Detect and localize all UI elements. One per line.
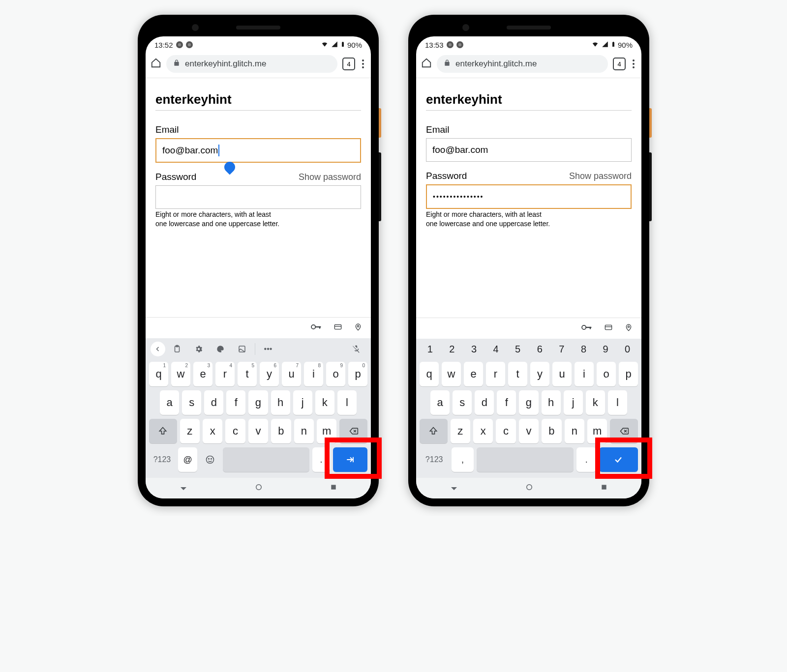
- nav-home-icon[interactable]: [525, 483, 534, 494]
- email-field[interactable]: foo@bar.com: [426, 138, 632, 162]
- address-pin-icon[interactable]: [625, 322, 633, 334]
- show-password-toggle[interactable]: Show password: [569, 171, 632, 181]
- key-6[interactable]: 6: [529, 340, 551, 359]
- emoji-key[interactable]: [200, 447, 220, 472]
- palette-icon[interactable]: [211, 341, 230, 357]
- key-i[interactable]: i: [575, 362, 594, 386]
- shift-key[interactable]: [420, 419, 448, 443]
- key-y[interactable]: y: [530, 362, 549, 386]
- key-u[interactable]: u: [552, 362, 572, 386]
- address-pin-icon[interactable]: [354, 322, 362, 334]
- password-field[interactable]: [155, 185, 361, 209]
- key-4[interactable]: 4: [485, 340, 507, 359]
- key-k[interactable]: k: [315, 390, 334, 415]
- backspace-key[interactable]: [339, 419, 367, 443]
- payment-card-icon[interactable]: [333, 323, 343, 333]
- nav-back-icon[interactable]: [450, 483, 458, 494]
- key-e[interactable]: e: [464, 362, 483, 386]
- key-a[interactable]: a: [430, 390, 450, 415]
- clipboard-icon[interactable]: [167, 341, 187, 357]
- key-h[interactable]: h: [542, 390, 561, 415]
- address-bar[interactable]: enterkeyhint.glitch.me: [166, 55, 337, 73]
- key-i[interactable]: i8: [304, 362, 323, 386]
- key-8[interactable]: 8: [573, 340, 595, 359]
- key-b[interactable]: b: [271, 419, 291, 443]
- key-a[interactable]: a: [160, 390, 179, 415]
- backspace-key[interactable]: [610, 419, 638, 443]
- nav-recent-icon[interactable]: [330, 483, 337, 493]
- key-e[interactable]: e3: [193, 362, 212, 386]
- key-m[interactable]: m: [587, 419, 607, 443]
- key-m[interactable]: m: [317, 419, 336, 443]
- key-w[interactable]: w: [442, 362, 461, 386]
- key-y[interactable]: y6: [260, 362, 279, 386]
- more-icon[interactable]: •••: [258, 341, 278, 357]
- key-j[interactable]: j: [293, 390, 312, 415]
- key-l[interactable]: l: [608, 390, 627, 415]
- key-7[interactable]: 7: [551, 340, 573, 359]
- payment-card-icon[interactable]: [603, 323, 614, 333]
- nav-home-icon[interactable]: [254, 483, 263, 494]
- spacebar[interactable]: [477, 447, 574, 472]
- tabs-button[interactable]: 4: [342, 58, 355, 70]
- enter-key-done[interactable]: [599, 447, 638, 472]
- key-comma[interactable]: ,: [452, 447, 473, 472]
- gear-icon[interactable]: [189, 341, 209, 357]
- key-at[interactable]: @: [178, 447, 198, 472]
- symbols-key[interactable]: ?123: [149, 447, 175, 472]
- key-1[interactable]: 1: [419, 340, 441, 359]
- key-0[interactable]: 0: [616, 340, 638, 359]
- key-t[interactable]: t: [508, 362, 527, 386]
- key-v[interactable]: v: [248, 419, 268, 443]
- key-k[interactable]: k: [586, 390, 605, 415]
- nav-back-icon[interactable]: [179, 483, 188, 494]
- key-t[interactable]: t5: [238, 362, 257, 386]
- key-h[interactable]: h: [271, 390, 290, 415]
- key-n[interactable]: n: [565, 419, 584, 443]
- key-s[interactable]: s: [453, 390, 472, 415]
- enter-key-next[interactable]: [333, 447, 367, 472]
- key-period[interactable]: .: [312, 447, 330, 472]
- key-q[interactable]: q1: [149, 362, 168, 386]
- key-g[interactable]: g: [248, 390, 268, 415]
- key-p[interactable]: p: [619, 362, 638, 386]
- key-5[interactable]: 5: [507, 340, 529, 359]
- symbols-key[interactable]: ?123: [420, 447, 449, 472]
- key-x[interactable]: x: [473, 419, 493, 443]
- password-key-icon[interactable]: [311, 323, 322, 332]
- sticker-icon[interactable]: [232, 341, 252, 357]
- key-j[interactable]: j: [564, 390, 583, 415]
- key-s[interactable]: s: [182, 390, 201, 415]
- password-key-icon[interactable]: [581, 324, 592, 333]
- key-g[interactable]: g: [519, 390, 538, 415]
- key-w[interactable]: w2: [171, 362, 190, 386]
- key-p[interactable]: p0: [348, 362, 367, 386]
- kbd-collapse-button[interactable]: [151, 342, 165, 356]
- key-c[interactable]: c: [496, 419, 515, 443]
- key-r[interactable]: r4: [215, 362, 235, 386]
- key-n[interactable]: n: [294, 419, 314, 443]
- key-2[interactable]: 2: [441, 340, 463, 359]
- shift-key[interactable]: [149, 419, 177, 443]
- key-d[interactable]: d: [475, 390, 494, 415]
- overflow-menu-icon[interactable]: [360, 59, 366, 68]
- key-3[interactable]: 3: [463, 340, 485, 359]
- key-f[interactable]: f: [497, 390, 516, 415]
- key-9[interactable]: 9: [595, 340, 617, 359]
- key-o[interactable]: o9: [326, 362, 345, 386]
- nav-recent-icon[interactable]: [600, 483, 608, 493]
- overflow-menu-icon[interactable]: [631, 59, 636, 68]
- key-o[interactable]: o: [597, 362, 616, 386]
- key-v[interactable]: v: [519, 419, 539, 443]
- address-bar[interactable]: enterkeyhint.glitch.me: [437, 55, 608, 73]
- show-password-toggle[interactable]: Show password: [299, 172, 361, 182]
- key-q[interactable]: q: [420, 362, 439, 386]
- key-period[interactable]: .: [576, 447, 596, 472]
- spacebar[interactable]: [223, 447, 309, 472]
- key-l[interactable]: l: [337, 390, 357, 415]
- key-d[interactable]: d: [204, 390, 223, 415]
- key-b[interactable]: b: [542, 419, 561, 443]
- key-f[interactable]: f: [226, 390, 245, 415]
- mic-off-icon[interactable]: [346, 341, 366, 357]
- key-z[interactable]: z: [451, 419, 470, 443]
